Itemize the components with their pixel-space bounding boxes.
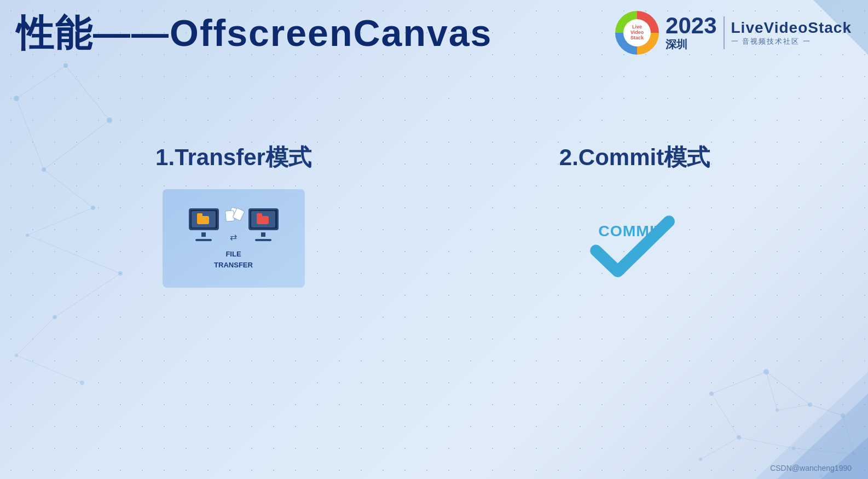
left-monitor <box>189 208 219 230</box>
right-computer <box>248 208 279 241</box>
event-logo-text: LiveVideoStack <box>630 25 644 41</box>
svg-point-27 <box>699 458 702 461</box>
left-computer <box>189 208 219 241</box>
commit-section: 2.Commit模式 COMMIT <box>434 77 835 288</box>
year-badge: 2023 深圳 <box>666 14 716 52</box>
transfer-middle: ⇄ <box>225 208 242 242</box>
commit-svg: COMMIT <box>586 195 684 282</box>
file-label-line1: FILE <box>225 250 241 258</box>
livevideo-logo: LiveVideoStack 一 音视频技术社区 一 <box>731 19 852 46</box>
flying-papers <box>225 208 242 230</box>
svg-point-1 <box>63 63 68 68</box>
transfer-title: 1.Transfer模式 <box>155 142 311 173</box>
commit-title: 2.Commit模式 <box>559 142 710 173</box>
main-content: 1.Transfer模式 <box>0 77 868 457</box>
year-text: 2023 <box>666 14 716 37</box>
red-folder <box>257 214 270 224</box>
file-label-container: FILE TRANSFER <box>214 247 253 269</box>
header: 性能——OffscreenCanvas LiveVideoStack 2023 … <box>16 11 852 55</box>
city-text: 深圳 <box>666 37 687 52</box>
commit-illustration: COMMIT <box>580 189 690 288</box>
file-transfer-illustration: ⇄ <box>163 189 305 288</box>
watermark: CSDN@wancheng1990 <box>770 464 852 472</box>
arrow-right-icon: ⇄ <box>230 233 237 242</box>
page-title: 性能——OffscreenCanvas <box>16 14 492 51</box>
svg-point-28 <box>819 474 823 477</box>
right-monitor <box>248 208 279 230</box>
lvs-brand-sub: 一 音视频技术社区 一 <box>731 37 811 46</box>
lvs-brand-main: LiveVideoStack <box>731 19 852 37</box>
logo-area: LiveVideoStack 2023 深圳 LiveVideoStack 一 … <box>615 11 852 55</box>
transfer-section: 1.Transfer模式 <box>33 77 434 288</box>
transfer-arrows: ⇄ <box>230 233 237 242</box>
logo-divider <box>724 16 725 49</box>
event-logo: LiveVideoStack <box>615 11 659 55</box>
file-label-line2: TRANSFER <box>214 261 253 269</box>
yellow-folder <box>197 214 210 224</box>
